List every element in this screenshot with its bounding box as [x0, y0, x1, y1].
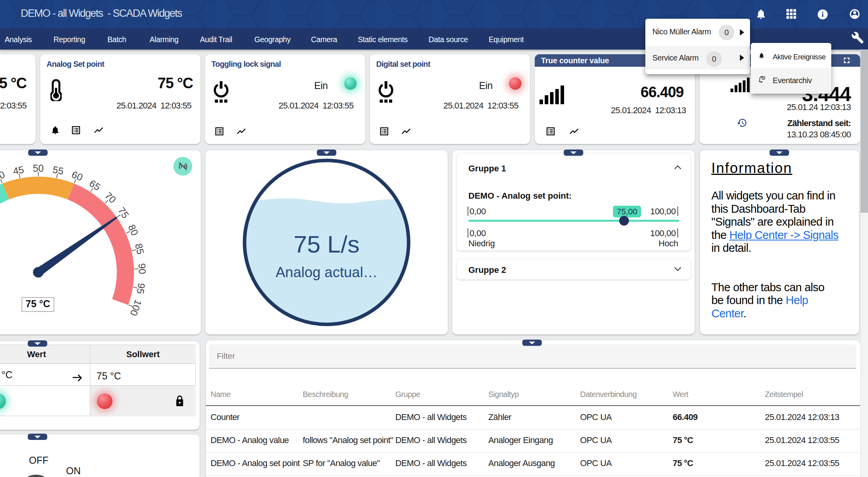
svg-text:90: 90 [137, 263, 148, 274]
svg-text:50: 50 [33, 163, 44, 174]
svg-text:Analog actual…: Analog actual… [275, 264, 377, 280]
svg-text:65: 65 [88, 178, 103, 193]
svg-text:75: 75 [116, 205, 131, 220]
svg-text:75 L/s: 75 L/s [294, 231, 360, 258]
svg-text:45: 45 [12, 164, 25, 177]
svg-text:40: 40 [0, 169, 6, 183]
svg-text:100: 100 [128, 298, 144, 317]
svg-text:85: 85 [133, 242, 146, 255]
svg-text:55: 55 [52, 164, 65, 177]
svg-text:75 °C: 75 °C [26, 298, 50, 309]
svg-text:95: 95 [135, 282, 147, 295]
svg-text:60: 60 [70, 169, 84, 183]
svg-text:80: 80 [126, 223, 141, 237]
